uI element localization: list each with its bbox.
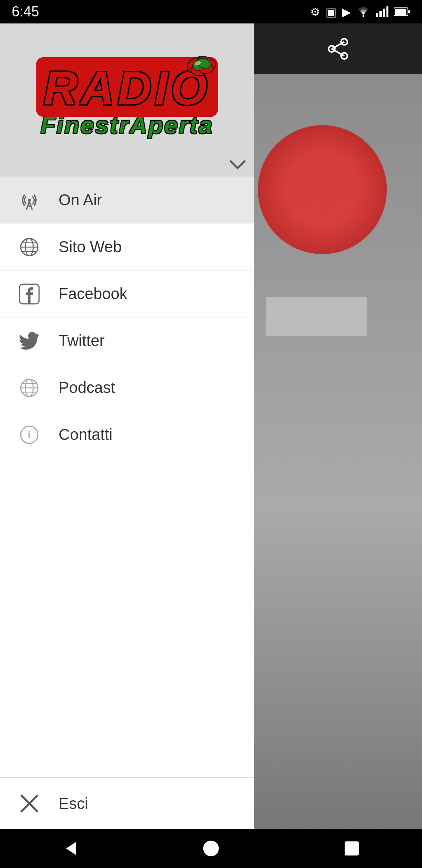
menu-item-on-air[interactable]: On Air	[0, 177, 254, 224]
on-air-label: On Air	[59, 191, 102, 209]
menu-item-esci[interactable]: Esci	[0, 778, 254, 829]
info-icon: i	[16, 421, 43, 448]
svg-text:i: i	[28, 429, 31, 441]
svg-point-0	[363, 15, 365, 17]
screen-record-icon: ▣	[325, 5, 336, 19]
facebook-label: Facebook	[59, 285, 127, 303]
status-bar: 6:45 ⚙ ▣ ▶	[0, 0, 422, 23]
twitter-label: Twitter	[59, 332, 105, 350]
svg-rect-6	[395, 9, 406, 15]
signal-icon	[376, 6, 388, 17]
menu-item-podcast[interactable]: Podcast	[0, 364, 254, 411]
svg-rect-7	[408, 10, 410, 13]
status-time: 6:45	[12, 4, 39, 20]
podcast-label: Podcast	[59, 379, 115, 396]
menu-item-facebook[interactable]: Facebook	[0, 271, 254, 317]
share-button-area	[254, 23, 422, 74]
contatti-label: Contatti	[59, 426, 113, 443]
svg-rect-3	[383, 9, 385, 17]
podcast-globe-icon	[16, 374, 43, 402]
svg-line-11	[332, 42, 344, 49]
logo-area: RADIO FinestrAperta	[0, 23, 254, 176]
svg-rect-1	[376, 13, 378, 17]
svg-marker-39	[66, 842, 76, 855]
back-button[interactable]	[51, 829, 90, 868]
bottom-nav	[0, 829, 422, 868]
play-icon: ▶	[342, 5, 351, 19]
settings-icon: ⚙	[310, 5, 320, 18]
svg-point-40	[203, 841, 219, 856]
status-icons: ⚙ ▣ ▶	[310, 5, 410, 19]
close-icon	[16, 790, 43, 817]
svg-rect-4	[386, 6, 388, 17]
chevron-down-icon[interactable]	[229, 160, 246, 170]
logo-container: RADIO FinestrAperta	[23, 37, 231, 162]
twitter-icon	[16, 327, 43, 355]
menu-item-twitter[interactable]: Twitter	[0, 317, 254, 364]
share-button[interactable]	[322, 33, 354, 65]
globe-icon	[16, 233, 43, 261]
home-button[interactable]	[191, 829, 231, 868]
menu-list: On Air Sito Web	[0, 177, 254, 777]
svg-rect-2	[379, 11, 382, 17]
wifi-icon	[356, 6, 370, 17]
recent-button[interactable]	[332, 829, 371, 868]
facebook-icon	[16, 280, 43, 308]
battery-icon	[394, 7, 410, 17]
svg-rect-41	[345, 841, 359, 855]
svg-line-12	[332, 49, 344, 56]
drawer-panel: RADIO FinestrAperta	[0, 23, 254, 829]
menu-item-contatti[interactable]: i Contatti	[0, 411, 254, 458]
menu-item-sito-web[interactable]: Sito Web	[0, 224, 254, 271]
antenna-icon	[16, 187, 43, 214]
sito-web-label: Sito Web	[59, 238, 122, 256]
background-right	[254, 23, 422, 829]
esci-label: Esci	[59, 795, 88, 812]
